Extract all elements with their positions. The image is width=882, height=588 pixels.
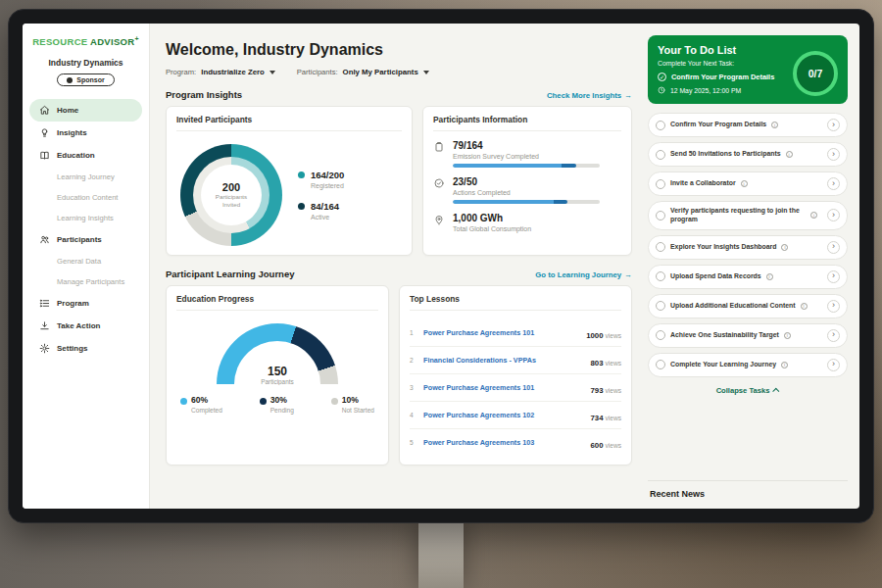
legend-label: Active — [311, 214, 339, 220]
dashboard-screen: RESOURCE ADVISOR+ Industry Dynamics Spon… — [23, 24, 859, 509]
chevron-down-icon — [270, 71, 275, 74]
lesson-views: 734views — [590, 407, 621, 424]
checkbox-icon[interactable] — [656, 242, 665, 252]
checkbox-icon[interactable] — [656, 121, 665, 130]
participants-information-card: Participants Information 79/164 Emission… — [422, 106, 632, 256]
legend-value: 10% — [342, 395, 359, 405]
chevron-right-icon[interactable] — [827, 270, 840, 283]
checkbox-icon[interactable] — [656, 179, 665, 189]
lesson-views: 600views — [590, 434, 621, 452]
todo-summary-card: Your To Do List Complete Your Next Task:… — [648, 35, 848, 104]
todo-task-confirm-program[interactable]: Confirm Your Program Details — [648, 113, 848, 137]
donut-center: 200 Participants Invited — [201, 165, 262, 225]
lesson-link[interactable]: Power Purchase Agreements 101 — [423, 383, 584, 392]
chevron-right-icon[interactable] — [827, 177, 840, 190]
todo-due-label: 12 May 2025, 12:00 PM — [670, 87, 741, 94]
chevron-right-icon[interactable] — [827, 119, 840, 131]
lesson-row: 5 Power Purchase Agreements 103 600views — [410, 429, 621, 456]
sidebar-item-education-content[interactable]: Education Content — [29, 187, 142, 208]
collapse-tasks-label: Collapse Tasks — [716, 386, 770, 395]
chevron-right-icon[interactable] — [827, 359, 840, 371]
todo-task-upload-educational-content[interactable]: Upload Additional Educational Content — [648, 294, 848, 318]
lesson-link[interactable]: Power Purchase Agreements 103 — [423, 438, 584, 447]
sidebar-item-label: Learning Journey — [57, 172, 115, 181]
go-to-learning-journey-link[interactable]: Go to Learning Journey→ — [535, 270, 632, 279]
todo-task-achieve-target[interactable]: Achieve One Sustainability Target — [648, 323, 848, 348]
info-icon — [786, 151, 793, 158]
participants-dropdown[interactable]: Only My Participants — [343, 68, 429, 76]
checkbox-icon[interactable] — [656, 211, 665, 220]
chevron-right-icon[interactable] — [827, 209, 840, 221]
lesson-views: 1000views — [586, 324, 621, 342]
todo-task-verify-participants[interactable]: Verify participants requesting to join t… — [648, 201, 848, 230]
sidebar-item-program[interactable]: Program — [29, 292, 142, 315]
sidebar-item-learning-journey[interactable]: Learning Journey — [29, 167, 142, 187]
info-icon — [771, 122, 778, 128]
sidebar-item-take-action[interactable]: Take Action — [29, 315, 142, 337]
chevron-down-icon — [423, 71, 429, 74]
monitor-stand — [418, 521, 464, 588]
chevron-right-icon[interactable] — [827, 241, 840, 254]
program-dropdown[interactable]: Industrialize Zero — [201, 68, 275, 76]
legend-label: Completed — [191, 407, 222, 414]
sidebar-nav: Home Insights Education Learning Journey — [29, 99, 142, 360]
legend-value: 60% — [191, 395, 208, 405]
emission-survey-row: 79/164 Emission Survey Completed — [433, 140, 621, 168]
lesson-link[interactable]: Financial Considerations - VPPAs — [423, 356, 584, 365]
program-dropdown-value: Industrialize Zero — [201, 68, 265, 76]
sidebar-item-label: Insights — [57, 128, 87, 137]
gauge-center-label: Participants — [217, 378, 338, 385]
sidebar-item-label: Take Action — [57, 321, 100, 330]
todo-task-upload-spend-data[interactable]: Upload Spend Data Records — [648, 265, 848, 289]
todo-task-explore-insights[interactable]: Explore Your Insights Dashboard — [648, 235, 848, 260]
program-filter: Program: Industrialize Zero — [166, 68, 275, 76]
lesson-row: 3 Power Purchase Agreements 101 793views — [410, 374, 621, 402]
chevron-right-icon[interactable] — [827, 148, 840, 161]
actions-completed-row: 23/50 Actions Completed — [433, 176, 621, 204]
sidebar-item-label: Home — [57, 106, 78, 115]
lesson-row: 1 Power Purchase Agreements 101 1000view… — [410, 319, 621, 347]
sidebar-item-label: Learning Insights — [57, 214, 114, 222]
info-label: Emission Survey Completed — [453, 153, 600, 160]
desk-scene: RESOURCE ADVISOR+ Industry Dynamics Spon… — [0, 0, 882, 588]
checkbox-icon[interactable] — [656, 330, 665, 340]
checkbox-icon[interactable] — [656, 360, 665, 369]
sidebar-item-participants[interactable]: Participants — [29, 228, 142, 251]
todo-task-send-invitations[interactable]: Send 50 Invitations to Participants — [648, 142, 848, 167]
lesson-views: 803views — [590, 352, 621, 369]
lesson-link[interactable]: Power Purchase Agreements 101 — [423, 328, 580, 337]
task-label: Achieve One Sustainability Target — [670, 331, 779, 340]
checkbox-icon[interactable] — [656, 301, 665, 311]
sidebar-item-education[interactable]: Education — [29, 144, 142, 167]
page-title: Welcome, Industry Dynamics — [166, 41, 632, 59]
legend-label: Pending — [270, 407, 294, 414]
sponsor-badge[interactable]: Sponsor — [57, 74, 114, 86]
card-title: Invited Participants — [176, 115, 402, 131]
gauge-legend: 60% Completed 30% Pending 10% Not Starte… — [176, 385, 378, 414]
sidebar-item-general-data[interactable]: General Data — [29, 251, 142, 271]
collapse-tasks-button[interactable]: Collapse Tasks — [648, 386, 848, 395]
todo-task-complete-learning-journey[interactable]: Complete Your Learning Journey — [648, 353, 848, 377]
task-label: Send 50 Invitations to Participants — [670, 150, 781, 159]
checkbox-icon[interactable] — [656, 150, 665, 160]
todo-next-label: Confirm Your Program Details — [671, 73, 774, 81]
task-label: Confirm Your Program Details — [670, 121, 766, 129]
lesson-row: 4 Power Purchase Agreements 102 734views — [410, 402, 621, 429]
clock-icon — [658, 86, 665, 94]
sidebar-item-learning-insights[interactable]: Learning Insights — [29, 208, 142, 228]
lesson-link[interactable]: Power Purchase Agreements 102 — [423, 411, 584, 419]
sidebar-item-settings[interactable]: Settings — [29, 337, 142, 360]
todo-task-invite-collaborator[interactable]: Invite a Collaborator — [648, 172, 848, 196]
sidebar-item-insights[interactable]: Insights — [29, 122, 142, 144]
learning-journey-header: Participant Learning Journey Go to Learn… — [166, 269, 632, 279]
todo-panel: Your To Do List Complete Your Next Task:… — [646, 24, 859, 509]
checkbox-icon[interactable] — [656, 271, 665, 281]
progress-bar — [453, 164, 600, 168]
chevron-right-icon[interactable] — [827, 329, 840, 342]
sidebar-item-home[interactable]: Home — [29, 99, 142, 122]
task-label: Verify participants requesting to join t… — [670, 207, 806, 224]
chevron-right-icon[interactable] — [827, 300, 840, 313]
info-label: Total Global Consumption — [453, 225, 531, 232]
sidebar-item-manage-participants[interactable]: Manage Participants — [29, 271, 142, 292]
check-more-insights-link[interactable]: Check More Insights→ — [547, 91, 632, 100]
